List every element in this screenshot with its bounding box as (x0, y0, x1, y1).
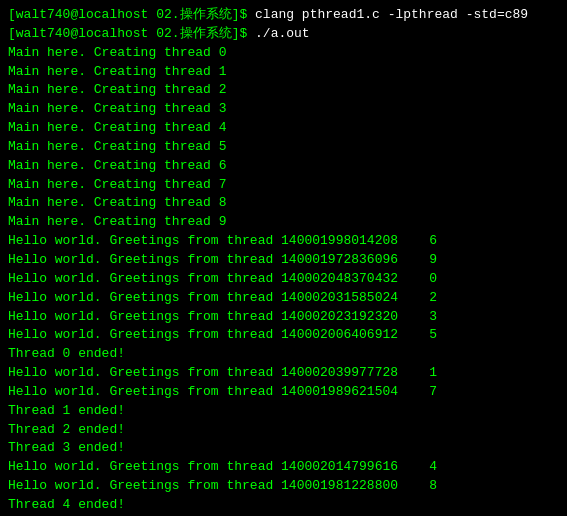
terminal-line: Main here. Creating thread 9 (8, 213, 559, 232)
terminal-line: Hello world. Greetings from thread 14000… (8, 289, 559, 308)
command-text: clang pthread1.c -lpthread -std=c89 (255, 7, 528, 22)
terminal-line: Main here. Creating thread 0 (8, 44, 559, 63)
terminal-line: Hello world. Greetings from thread 14000… (8, 364, 559, 383)
terminal-line: Hello world. Greetings from thread 14000… (8, 383, 559, 402)
terminal-line: [walt740@localhost 02.操作系统]$ ./a.out (8, 25, 559, 44)
terminal-line: Main here. Creating thread 3 (8, 100, 559, 119)
terminal-line: Main here. Creating thread 8 (8, 194, 559, 213)
prompt-text: [walt740@localhost 02.操作系统]$ (8, 7, 255, 22)
terminal-line: Hello world. Greetings from thread 14000… (8, 270, 559, 289)
terminal-line: Main here. Creating thread 2 (8, 81, 559, 100)
terminal-line: Thread 3 ended! (8, 439, 559, 458)
command-text: ./a.out (255, 26, 310, 41)
terminal-line: Hello world. Greetings from thread 14000… (8, 477, 559, 496)
terminal-line: Main here. Creating thread 1 (8, 63, 559, 82)
terminal-line: Hello world. Greetings from thread 14000… (8, 232, 559, 251)
terminal-line: Thread 1 ended! (8, 402, 559, 421)
terminal-line: Thread 2 ended! (8, 421, 559, 440)
terminal-line: Hello world. Greetings from thread 14000… (8, 458, 559, 477)
terminal-line: Main here. Creating thread 6 (8, 157, 559, 176)
terminal-line: Thread 0 ended! (8, 345, 559, 364)
terminal-line: Hello world. Greetings from thread 14000… (8, 308, 559, 327)
terminal[interactable]: [walt740@localhost 02.操作系统]$ clang pthre… (0, 0, 567, 516)
terminal-line: [walt740@localhost 02.操作系统]$ clang pthre… (8, 6, 559, 25)
prompt-text: [walt740@localhost 02.操作系统]$ (8, 26, 255, 41)
terminal-line: Main here. Creating thread 4 (8, 119, 559, 138)
terminal-line: Hello world. Greetings from thread 14000… (8, 326, 559, 345)
terminal-line: Main here. Creating thread 7 (8, 176, 559, 195)
terminal-line: Thread 4 ended! (8, 496, 559, 515)
terminal-line: Hello world. Greetings from thread 14000… (8, 251, 559, 270)
terminal-line: Main here. Creating thread 5 (8, 138, 559, 157)
